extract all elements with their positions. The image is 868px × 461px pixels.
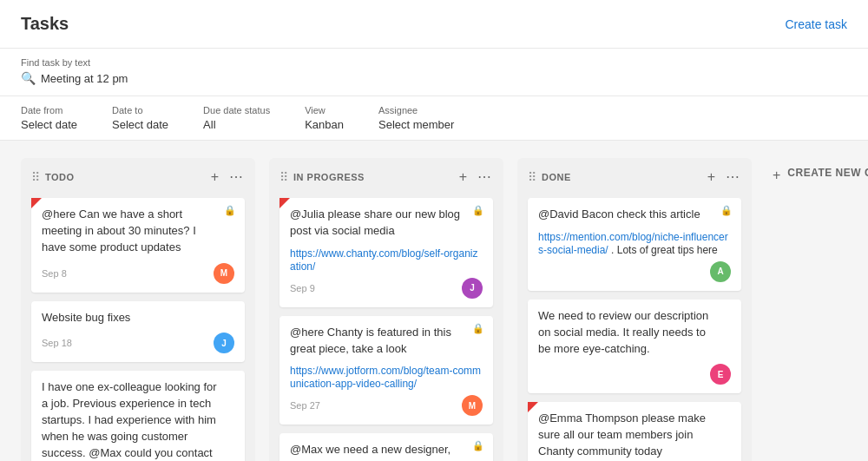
column-header-right-todo: + ⋯	[209, 168, 245, 186]
add-column-icon: +	[773, 168, 780, 183]
filter-group-3: View Kanban	[305, 105, 344, 131]
column-more-button-done[interactable]: ⋯	[724, 168, 741, 186]
column-done: ⠿ DONE + ⋯ 🔒@David Bacon check this arti…	[517, 158, 752, 461]
column-header-todo: ⠿ TODO + ⋯	[31, 168, 245, 189]
card-link-in_progress-0[interactable]: https://www.chanty.com/blog/self-organiz…	[290, 247, 478, 273]
column-drag-icon-done: ⠿	[528, 170, 536, 184]
card-avatar-done-0: A	[710, 261, 731, 282]
board-area: ⠿ TODO + ⋯ 🔒@here Can we have a short me…	[0, 141, 868, 461]
card-lock-icon: 🔒	[472, 440, 484, 451]
column-drag-icon-todo: ⠿	[31, 170, 40, 184]
search-input[interactable]	[41, 72, 214, 85]
card-done-0[interactable]: 🔒@David Bacon check this articlehttps://…	[528, 198, 741, 291]
card-lock-icon: 🔒	[224, 205, 236, 216]
filter-group-2: Due date status All	[203, 105, 270, 131]
page-title: Tasks	[21, 14, 69, 34]
filter-value-1[interactable]: Select date	[112, 118, 168, 131]
column-header-right-done: + ⋯	[706, 168, 741, 186]
card-text-todo-2: I have one ex-colleague looking for a jo…	[42, 379, 234, 461]
filter-group-4: Assignee Select member	[378, 105, 454, 131]
search-label: Find task by text	[21, 57, 847, 68]
card-text-done-1: We need to review our description on soc…	[538, 308, 731, 358]
card-todo-2[interactable]: I have one ex-colleague looking for a jo…	[31, 371, 245, 461]
card-in_progress-0[interactable]: 🔒@Julia please share our new blog post v…	[279, 198, 493, 307]
filter-bar: Date from Select date Date to Select dat…	[0, 96, 868, 141]
column-add-button-done[interactable]: +	[706, 168, 717, 186]
filter-label-2: Due date status	[203, 105, 270, 115]
column-header-left-in_progress: ⠿ IN PROGRESS	[279, 170, 365, 184]
column-header-left-todo: ⠿ TODO	[31, 170, 75, 184]
column-add-button-todo[interactable]: +	[209, 168, 220, 186]
card-text-in_progress-0: @Julia please share our new blog post vi…	[290, 207, 483, 240]
card-footer-done-1: E	[538, 364, 731, 385]
card-date-todo-1: Sep 18	[42, 338, 72, 348]
card-link-in_progress-1[interactable]: https://www.jotform.com/blog/team-commun…	[290, 365, 481, 390]
filter-group-1: Date to Select date	[112, 105, 168, 131]
card-text-todo-0: @here Can we have a short meeting in abo…	[42, 207, 234, 256]
search-icon: 🔍	[21, 71, 36, 85]
card-lock-icon: 🔒	[720, 205, 733, 216]
card-flag-icon	[31, 198, 42, 208]
column-more-button-in_progress[interactable]: ⋯	[476, 168, 493, 186]
card-text-done-2: @Emma Thompson please make sure all our …	[538, 411, 731, 460]
column-more-button-todo[interactable]: ⋯	[227, 168, 245, 186]
card-date-todo-0: Sep 8	[42, 268, 67, 279]
card-date-in_progress-0: Sep 9	[290, 283, 315, 293]
card-text-in_progress-1: @here Chanty is featured in this great p…	[290, 325, 483, 358]
column-drag-icon-in_progress: ⠿	[279, 170, 288, 184]
column-header-right-in_progress: + ⋯	[457, 168, 493, 186]
card-avatar-in_progress-0: J	[462, 278, 483, 299]
filter-label-4: Assignee	[378, 105, 454, 115]
card-footer-in_progress-1: Sep 27M	[290, 395, 483, 416]
card-avatar-in_progress-1: M	[462, 395, 483, 416]
search-row: 🔍	[21, 71, 847, 85]
top-bar: Tasks Create task	[0, 0, 868, 49]
filter-label-1: Date to	[112, 105, 168, 115]
card-avatar-todo-0: M	[214, 263, 234, 284]
card-link-suffix-done-0: . Lots of great tips here	[608, 244, 718, 256]
card-todo-1[interactable]: Website bug fixesSep 18J	[31, 301, 245, 363]
card-flag-icon	[279, 198, 290, 208]
column-title-todo: TODO	[45, 172, 75, 182]
filter-value-0[interactable]: Select date	[21, 118, 77, 131]
column-title-done: DONE	[542, 172, 571, 182]
card-avatar-done-1: E	[710, 364, 731, 385]
filter-value-4[interactable]: Select member	[378, 118, 454, 131]
card-footer-todo-1: Sep 18J	[42, 333, 234, 353]
column-add-button-in_progress[interactable]: +	[457, 168, 469, 186]
add-column-label: CREATE NEW COLUMN	[787, 167, 868, 179]
card-footer-in_progress-0: Sep 9J	[290, 278, 483, 299]
column-header-in_progress: ⠿ IN PROGRESS + ⋯	[279, 168, 493, 189]
card-date-in_progress-1: Sep 27	[290, 400, 320, 411]
column-header-done: ⠿ DONE + ⋯	[528, 168, 741, 189]
column-todo: ⠿ TODO + ⋯ 🔒@here Can we have a short me…	[21, 158, 255, 461]
add-column-button[interactable]: + CREATE NEW COLUMN	[766, 158, 868, 461]
filter-label-3: View	[305, 105, 344, 115]
card-done-2[interactable]: @Emma Thompson please make sure all our …	[528, 402, 741, 461]
search-area: Find task by text 🔍	[0, 49, 868, 96]
card-flag-icon	[528, 402, 538, 412]
card-text-done-0: @David Bacon check this article	[538, 207, 731, 223]
card-todo-0[interactable]: 🔒@here Can we have a short meeting in ab…	[31, 198, 245, 293]
column-in_progress: ⠿ IN PROGRESS + ⋯ 🔒@Julia please share o…	[269, 158, 503, 461]
card-text-todo-1: Website bug fixes	[42, 310, 234, 326]
card-in_progress-1[interactable]: 🔒@here Chanty is featured in this great …	[279, 316, 493, 425]
create-task-button[interactable]: Create task	[785, 17, 847, 31]
card-in_progress-2[interactable]: 🔒@Max we need a new designer, please get…	[279, 433, 493, 461]
filter-value-2[interactable]: All	[203, 118, 270, 131]
column-title-in_progress: IN PROGRESS	[293, 172, 365, 182]
card-footer-todo-0: Sep 8M	[42, 263, 234, 284]
card-lock-icon: 🔒	[472, 205, 484, 216]
filter-value-3[interactable]: Kanban	[305, 118, 344, 131]
column-header-left-done: ⠿ DONE	[528, 170, 571, 184]
filter-group-0: Date from Select date	[21, 105, 77, 131]
card-text-in_progress-2: @Max we need a new designer, please get …	[290, 442, 483, 461]
filter-label-0: Date from	[21, 105, 77, 115]
card-lock-icon: 🔒	[472, 323, 484, 334]
card-done-1[interactable]: We need to review our description on soc…	[528, 300, 741, 394]
card-avatar-todo-1: J	[214, 333, 234, 353]
card-footer-done-0: A	[538, 261, 731, 282]
